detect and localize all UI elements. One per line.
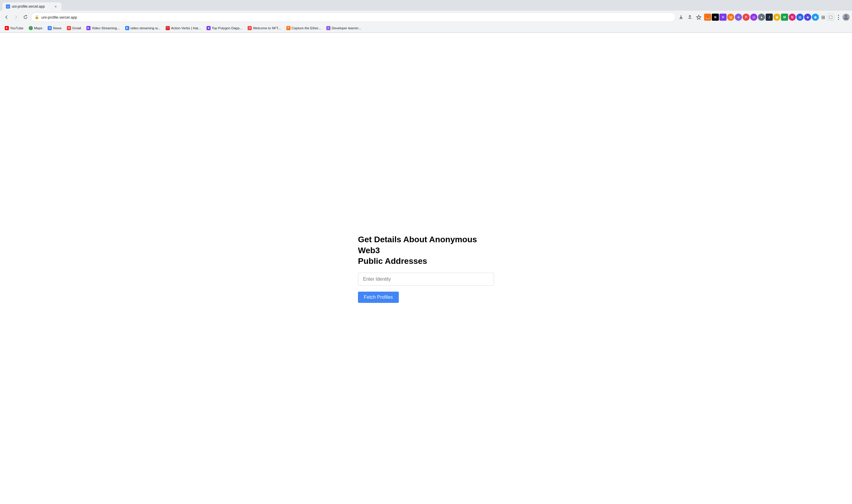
nft-favicon: ⊞: [248, 26, 252, 30]
browser-menu-button[interactable]: ⋮: [835, 14, 842, 21]
lock-icon: 🔒: [35, 15, 39, 19]
bookmark-video1-label: Video Streaming...: [92, 26, 120, 30]
bookmark-action-verbs[interactable]: 🛡 Action Verbs | Har...: [163, 25, 203, 31]
bookmark-developer[interactable]: ⚡ Developer learnin...: [324, 25, 364, 31]
page-content: Get Details About Anonymous Web3 Public …: [0, 33, 852, 504]
address-bar[interactable]: [41, 15, 672, 19]
browser-chrome: u uni-profile.vercel.app ✕ 🔒: [0, 0, 852, 33]
developer-favicon: ⚡: [326, 26, 330, 30]
forward-button[interactable]: [12, 13, 20, 21]
dark-extension-icon[interactable]: J: [766, 14, 773, 21]
youtube-favicon: ▶: [5, 26, 9, 30]
sun-extension-icon[interactable]: ✳: [735, 14, 742, 21]
address-bar-container[interactable]: 🔒: [31, 13, 676, 22]
bookmark-polygon[interactable]: ◆ Top Polygon Dapp...: [204, 25, 245, 31]
bookmark-video2-label: video streaming w...: [130, 26, 161, 30]
video1-favicon: ▶: [86, 26, 91, 30]
page-heading: Get Details About Anonymous Web3 Public …: [358, 234, 494, 267]
bookmark-nft-label: Welcome to NFT...: [253, 26, 281, 30]
gmail-favicon: M: [67, 26, 71, 30]
tab-close-button[interactable]: ✕: [53, 4, 58, 9]
metamask-extension-icon[interactable]: 🦊: [704, 14, 711, 21]
bookmark-star-icon[interactable]: [695, 13, 703, 21]
coin-extension-icon[interactable]: ◉: [773, 14, 780, 21]
bookmark-capture-ether-label: Capture the Ether...: [292, 26, 321, 30]
action-verbs-favicon: 🛡: [166, 26, 170, 30]
pocket-extension-icon[interactable]: P: [743, 14, 750, 21]
extensions-puzzle-icon[interactable]: ⊞: [819, 14, 827, 21]
sphere-extension-icon[interactable]: ◍: [796, 14, 803, 21]
nav-bar: 🔒 🦊 N V ⊞ ✳: [0, 11, 852, 24]
bookmark-action-verbs-label: Action Verbs | Har...: [171, 26, 201, 30]
reload-button[interactable]: [21, 13, 30, 21]
bookmark-youtube[interactable]: ▶ YouTube: [2, 25, 26, 31]
bookmark-polygon-label: Top Polygon Dapp...: [212, 26, 242, 30]
notion-extension-icon[interactable]: N: [712, 14, 719, 21]
main-container: Get Details About Anonymous Web3 Public …: [358, 234, 494, 303]
indigo-extension-icon[interactable]: ◈: [804, 14, 811, 21]
maps-favicon: 📍: [29, 26, 33, 30]
bookmark-maps[interactable]: 📍 Maps: [26, 25, 45, 31]
back-button[interactable]: [2, 13, 11, 21]
orange-grid-extension-icon[interactable]: ⊞: [727, 14, 734, 21]
capture-ether-favicon: ⚑: [286, 26, 290, 30]
fetch-profiles-button[interactable]: Fetch Profiles: [358, 292, 399, 303]
bookmark-gmail-label: Gmail: [72, 26, 81, 30]
tab-bar: u uni-profile.vercel.app ✕: [0, 0, 852, 11]
share-icon[interactable]: [686, 13, 694, 21]
bookmark-developer-label: Developer learnin...: [332, 26, 361, 30]
blue-n-extension-icon[interactable]: N: [789, 14, 796, 21]
chrome-extension-icon[interactable]: ◉: [812, 14, 819, 21]
svg-point-0: [845, 15, 847, 17]
gray-extension-icon[interactable]: ●: [758, 14, 765, 21]
greenm-extension-icon[interactable]: M: [781, 14, 788, 21]
square-extension-icon[interactable]: □: [827, 14, 834, 21]
polygon-favicon: ◆: [206, 26, 211, 30]
bookmark-nft[interactable]: ⊞ Welcome to NFT...: [245, 25, 283, 31]
active-tab[interactable]: u uni-profile.vercel.app ✕: [2, 2, 61, 11]
bookmark-gmail[interactable]: M Gmail: [65, 25, 84, 31]
tab-favicon: u: [6, 4, 10, 8]
purple-extension-icon[interactable]: ◎: [750, 14, 757, 21]
bookmark-video1[interactable]: ▶ Video Streaming...: [84, 25, 122, 31]
news-favicon: N: [48, 26, 52, 30]
bookmark-maps-label: Maps: [34, 26, 42, 30]
bookmarks-bar: ▶ YouTube 📍 Maps N News M Gmail ▶ Video …: [0, 24, 852, 33]
tab-title: uni-profile.vercel.app: [12, 4, 52, 8]
bookmark-video2[interactable]: ▶ video streaming w...: [123, 25, 163, 31]
bookmark-youtube-label: YouTube: [10, 26, 23, 30]
video2-favicon: ▶: [125, 26, 129, 30]
identity-input[interactable]: [358, 273, 494, 286]
download-icon[interactable]: [677, 13, 685, 21]
profile-avatar[interactable]: [842, 14, 850, 21]
bookmark-capture-ether[interactable]: ⚑ Capture the Ether...: [284, 25, 324, 31]
bookmark-news[interactable]: N News: [45, 25, 64, 31]
extension-icons: 🦊 N V ⊞ ✳ P ◎ ● J ◉ M N ◍ ◈: [704, 14, 850, 21]
violet-extension-icon[interactable]: V: [720, 14, 727, 21]
toolbar-icons: [677, 13, 703, 21]
bookmark-news-label: News: [53, 26, 61, 30]
